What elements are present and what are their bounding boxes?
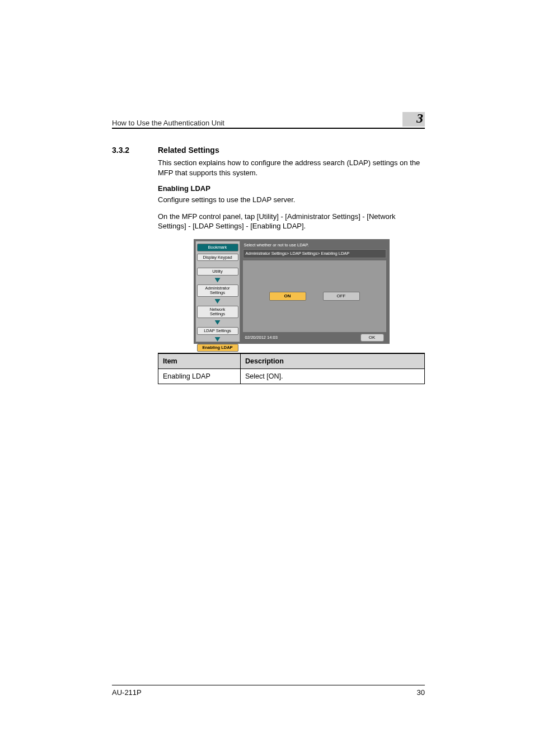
footer-model: AU-211P — [112, 688, 142, 697]
footer-page-number: 30 — [417, 688, 425, 697]
running-title: How to Use the Authentication Unit — [112, 119, 224, 127]
table-header-description: Description — [241, 353, 425, 369]
chevron-down-icon — [215, 299, 221, 304]
panel-breadcrumb-sidebar: Bookmark Display Keypad Utility Administ… — [195, 241, 240, 342]
sidebar-item-admin-settings[interactable]: Administrator Settings — [197, 284, 238, 297]
section-title: Related Settings — [158, 146, 219, 155]
subheading-enabling-ldap: Enabling LDAP — [158, 184, 425, 193]
chapter-badge: 3 — [402, 112, 425, 127]
sidebar-item-bookmark[interactable]: Bookmark — [197, 244, 238, 251]
chevron-down-icon — [215, 278, 221, 282]
table-row: Enabling LDAP Select [ON]. — [158, 368, 425, 384]
ok-button[interactable]: OK — [360, 334, 384, 342]
sidebar-item-network-settings[interactable]: Network Settings — [197, 306, 238, 318]
subsection-para-1: Configure settings to use the LDAP serve… — [158, 195, 425, 205]
header-underline — [112, 128, 425, 129]
option-off-button[interactable]: OFF — [323, 292, 360, 301]
chapter-number: 3 — [416, 111, 425, 125]
section-intro: This section explains how to configure t… — [158, 158, 425, 178]
panel-option-area: ON OFF — [243, 260, 386, 332]
option-on-button[interactable]: ON — [269, 292, 306, 301]
settings-description-table: Item Description Enabling LDAP Select [O… — [158, 353, 425, 384]
sidebar-item-enabling-ldap[interactable]: Enabling LDAP — [197, 344, 238, 352]
section-number: 3.3.2 — [112, 146, 158, 155]
chevron-down-icon — [215, 320, 221, 325]
subsection-para-2: On the MFP control panel, tap [Utility] … — [158, 212, 425, 231]
embedded-panel-screenshot: Bookmark Display Keypad Utility Administ… — [194, 239, 390, 344]
sidebar-item-utility[interactable]: Utility — [197, 268, 238, 276]
chevron-down-icon — [215, 337, 221, 342]
footer-rule — [112, 685, 425, 685]
panel-timestamp: 02/20/2012 14:03 — [245, 335, 360, 340]
sidebar-item-ldap-settings[interactable]: LDAP Settings — [197, 327, 238, 335]
table-cell-description: Select [ON]. — [241, 368, 425, 384]
panel-instruction-text: Select whether or not to use LDAP. — [243, 241, 386, 249]
table-header-item: Item — [158, 353, 241, 369]
table-cell-item: Enabling LDAP — [158, 368, 241, 384]
panel-breadcrumb-path: Administrator Settings> LDAP Settings> E… — [243, 249, 386, 258]
sidebar-item-display-keypad[interactable]: Display Keypad — [197, 254, 238, 262]
